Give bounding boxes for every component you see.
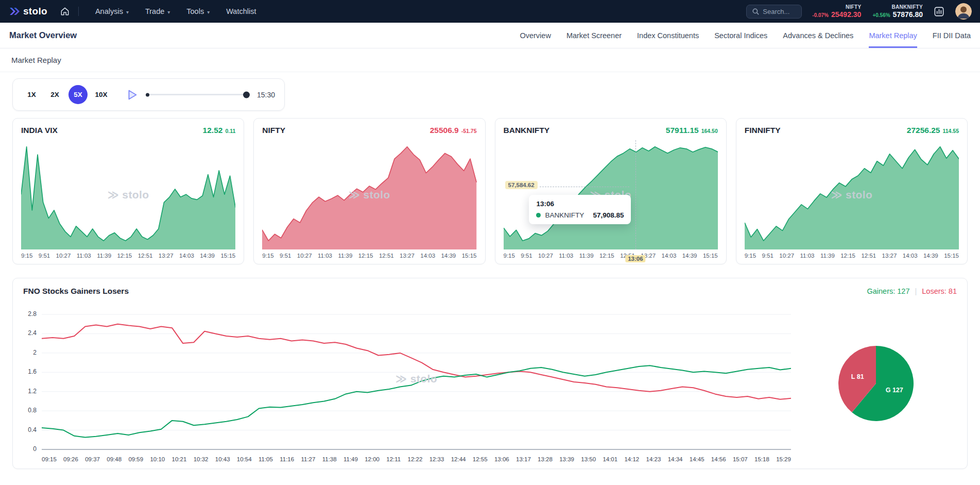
chart-plot: ≫ stolo57,584.6213:06BANKNIFTY57,908.851…	[504, 140, 718, 249]
nav-label: Trade	[145, 7, 164, 15]
tab-fii-dii-data[interactable]: FII DII Data	[933, 23, 971, 48]
x-tick: 11:03	[559, 253, 573, 259]
y-tick: 0.4	[28, 426, 37, 433]
x-tick: 14:23	[646, 456, 661, 462]
x-tick: 13:28	[538, 456, 553, 462]
brand-logo[interactable]: stolo	[8, 6, 47, 17]
x-tick: 12:51	[138, 253, 153, 259]
chart-card-nifty: NIFTY25506.9-51.75≫ stolo9:159:5110:2711…	[253, 118, 485, 264]
replay-slider[interactable]	[146, 91, 249, 99]
chart-change: 164.50	[701, 128, 718, 134]
user-avatar[interactable]	[955, 3, 972, 20]
slider-handle[interactable]	[243, 91, 250, 98]
speed-5x[interactable]: 5X	[68, 85, 88, 104]
x-tick: 10:27	[297, 253, 312, 259]
x-tick: 12:15	[599, 253, 614, 259]
tab-index-constituents[interactable]: Index Constituents	[637, 23, 699, 48]
x-tick: 09:26	[63, 456, 78, 462]
chart-value: 27256.25	[907, 126, 940, 135]
ticker-name: NIFTY	[846, 4, 861, 10]
x-tick: 11:49	[343, 456, 358, 462]
x-tick: 12:15	[358, 253, 373, 259]
nav-watchlist[interactable]: Watchlist	[226, 7, 256, 15]
x-tick: 14:39	[682, 253, 697, 259]
tab-sectoral-indices[interactable]: Sectoral Indices	[714, 23, 767, 48]
x-tick: 13:39	[559, 456, 574, 462]
market-stats-button[interactable]	[933, 6, 945, 18]
topbar-divider	[78, 7, 79, 16]
x-tick: 14:12	[624, 456, 639, 462]
y-tick: 2	[33, 349, 37, 356]
nav-label: Watchlist	[226, 7, 256, 15]
speed-1x[interactable]: 1X	[22, 85, 41, 104]
x-tick: 11:03	[800, 253, 815, 259]
fno-plot-area: ≫ stolo	[42, 304, 791, 454]
fno-y-axis: 00.40.81.21.622.42.8	[19, 304, 42, 454]
x-tick: 14:03	[662, 253, 677, 259]
tooltip-value: 57,908.85	[593, 211, 624, 219]
y-tick: 1.2	[28, 388, 37, 395]
chevron-down-icon: ▾	[126, 9, 129, 15]
pie-label: G 127	[886, 386, 903, 393]
x-tick: 14:45	[690, 456, 704, 462]
chart-plot: ≫ stolo	[21, 140, 235, 249]
annotation-label: 57,584.62	[505, 181, 538, 189]
x-tick: 09:15	[42, 456, 57, 462]
speed-2x[interactable]: 2X	[45, 85, 64, 104]
tab-market-replay[interactable]: Market Replay	[869, 23, 917, 48]
main-nav: Analysis▾Trade▾Tools▾Watchlist	[95, 7, 256, 15]
x-tick: 10:54	[237, 456, 252, 462]
x-tick: 15:15	[220, 253, 235, 259]
nav-trade[interactable]: Trade▾	[145, 7, 170, 15]
nav-analysis[interactable]: Analysis▾	[95, 7, 129, 15]
stolo-logo-icon	[8, 6, 22, 17]
ticker-nifty: NIFTY-0.07%25492.30	[812, 4, 861, 19]
speed-10x[interactable]: 10X	[92, 85, 111, 104]
x-tick: 14:03	[903, 253, 918, 259]
x-tick: 9:15	[745, 253, 756, 259]
x-tick: 11:39	[820, 253, 835, 259]
chart-title: NIFTY	[262, 126, 285, 135]
chart-value: 57911.15	[666, 126, 699, 135]
chart-change: -51.75	[461, 128, 477, 134]
fno-card: FNO Stocks Gainers Losers Gainers: 127 |…	[12, 278, 968, 469]
x-tick: 11:05	[259, 456, 273, 462]
x-tick: 10:10	[150, 456, 165, 462]
chart-value: 25506.9	[430, 126, 459, 135]
x-tick: 9:15	[262, 253, 273, 259]
slider-track[interactable]	[146, 94, 249, 95]
ticker-value: 25492.30	[831, 10, 861, 19]
x-tick: 09:59	[128, 456, 143, 462]
x-tick: 13:06	[494, 456, 509, 462]
nav-tools[interactable]: Tools▾	[186, 7, 210, 15]
search-input[interactable]	[763, 8, 797, 15]
losers-count: Losers: 81	[922, 287, 957, 295]
y-tick: 0.8	[28, 407, 37, 414]
search-box[interactable]	[746, 5, 802, 19]
chart-tooltip: 13:06BANKNIFTY57,908.85	[529, 195, 631, 224]
chart-x-axis: 9:159:5110:2711:0311:3912:1512:5113:2714…	[262, 253, 476, 259]
home-button[interactable]	[60, 6, 70, 16]
x-tick: 12:22	[408, 456, 423, 462]
x-tick: 9:51	[39, 253, 50, 259]
series-losers	[42, 324, 791, 399]
play-button[interactable]	[125, 88, 139, 102]
x-tick: 11:39	[338, 253, 352, 259]
topbar-right: NIFTY-0.07%25492.30BANKNIFTY+0.56%57876.…	[746, 3, 972, 20]
highlighted-tick: 13:06	[625, 255, 645, 262]
tab-overview[interactable]: Overview	[520, 23, 551, 48]
search-icon	[752, 8, 760, 15]
x-tick: 12:33	[429, 456, 444, 462]
y-tick: 1.6	[28, 368, 37, 375]
x-tick: 10:43	[215, 456, 230, 462]
tab-market-screener[interactable]: Market Screener	[566, 23, 622, 48]
x-tick: 12:11	[386, 456, 401, 462]
tab-advances-declines[interactable]: Advances & Declines	[783, 23, 853, 48]
x-tick: 9:51	[762, 253, 773, 259]
fno-line-chart: 00.40.81.21.622.42.8 ≫ stolo 09:1509:260…	[19, 304, 791, 462]
x-tick: 14:56	[711, 456, 726, 462]
tooltip-series: BANKNIFTY	[545, 211, 584, 219]
fno-legend: Gainers: 127 | Losers: 81	[867, 287, 957, 295]
x-tick: 13:50	[581, 456, 596, 462]
x-tick: 9:51	[280, 253, 291, 259]
